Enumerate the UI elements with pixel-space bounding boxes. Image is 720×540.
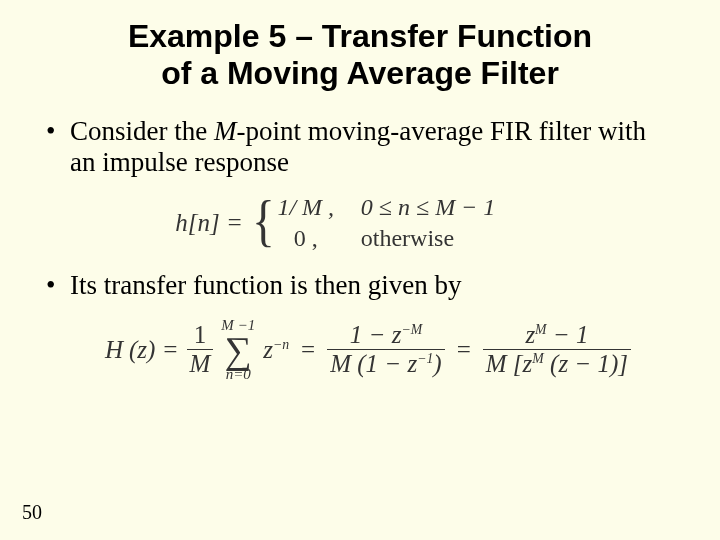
page-number: 50 xyxy=(22,501,42,524)
hn-cases: 1/ M , 0 ≤ n ≤ M − 1 0 , otherwise xyxy=(263,193,561,252)
hz-lhs-H: H xyxy=(105,335,123,365)
hn-case2-val: 0 , xyxy=(263,224,349,252)
title-line-1: Example 5 – Transfer Function xyxy=(128,18,592,54)
hn-case2-cond: otherwise xyxy=(361,224,561,252)
hz-lhs-z: (z) = xyxy=(129,335,179,365)
hn-case1-val: 1/ M , xyxy=(263,193,349,221)
hn-case1-cond: 0 ≤ n ≤ M − 1 xyxy=(361,193,561,221)
title-line-2: of a Moving Average Filter xyxy=(161,55,559,91)
hz-frac2-den: M (1 − z−1) xyxy=(327,351,444,377)
bullet-2: Its transfer function is then given by xyxy=(70,270,666,302)
bullet-1-text-pre: Consider the xyxy=(70,116,214,146)
slide-body: Consider the M-point moving-average FIR … xyxy=(0,92,720,382)
sum-bot: n=0 xyxy=(226,367,251,382)
hz-frac3-num: zM − 1 xyxy=(522,322,591,348)
hz-frac-1: 1 M xyxy=(187,322,214,378)
equation-hn: h[n] = { 1/ M , 0 ≤ n ≤ M − 1 0 , otherw… xyxy=(70,193,666,252)
equation-hz: H(z) = 1 M M −1 ∑ n=0 z−n = 1 − z−M M (1… xyxy=(70,318,666,382)
equals-2: = xyxy=(451,335,477,365)
hz-frac3-den: M [zM (z − 1)] xyxy=(483,351,631,377)
slide-title: Example 5 – Transfer Function of a Movin… xyxy=(0,0,720,92)
equals-1: = xyxy=(295,335,321,365)
hz-frac1-den: M xyxy=(187,351,214,377)
slide: Example 5 – Transfer Function of a Movin… xyxy=(0,0,720,540)
hz-frac1-num: 1 xyxy=(191,322,210,348)
hn-lhs: h[n] = xyxy=(175,208,243,238)
hz-frac-3: zM − 1 M [zM (z − 1)] xyxy=(483,322,631,378)
summation-icon: M −1 ∑ n=0 xyxy=(221,318,255,382)
bullet-1: Consider the M-point moving-average FIR … xyxy=(70,116,666,180)
bullet-1-M: M xyxy=(214,116,237,146)
hz-frac-2: 1 − z−M M (1 − z−1) xyxy=(327,322,444,378)
hz-term-z: z−n xyxy=(263,335,289,365)
bullet-2-text: Its transfer function is then given by xyxy=(70,270,461,300)
hz-frac2-num: 1 − z−M xyxy=(347,322,425,348)
